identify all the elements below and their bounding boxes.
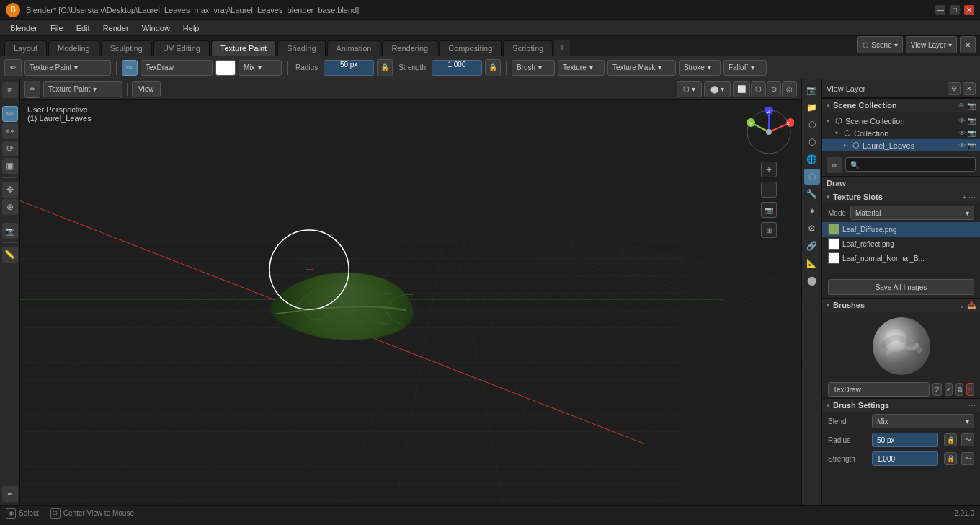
- prop-icon-data[interactable]: 📐: [804, 255, 820, 271]
- strength-input[interactable]: 1.000: [432, 60, 482, 76]
- scene-collection-header[interactable]: ▾ Scene Collection 👁 📷: [822, 98, 980, 112]
- vp-view-btn[interactable]: View: [132, 81, 161, 97]
- texture-dropdown[interactable]: Texture ▾: [558, 60, 605, 76]
- tab-scripting[interactable]: Scripting: [503, 40, 553, 56]
- save-all-images-btn[interactable]: Save All Images: [828, 279, 974, 295]
- brushes-import[interactable]: 📥: [967, 301, 976, 309]
- mode-icon-btn[interactable]: ✏: [4, 59, 22, 76]
- minimize-button[interactable]: —: [935, 5, 945, 15]
- vp-display-btn[interactable]: ⬡ ▾: [677, 81, 702, 97]
- tool-grab-btn[interactable]: ✥: [2, 182, 18, 198]
- tab-layout[interactable]: Layout: [4, 40, 47, 56]
- scene-coll-item-collection[interactable]: ▾ ⬡ Collection 👁 📷: [822, 127, 980, 139]
- tab-animation[interactable]: Animation: [327, 40, 381, 56]
- brush-name-input[interactable]: TexDraw: [828, 382, 930, 397]
- prop-icon-physics[interactable]: ⚙: [804, 221, 820, 237]
- panel-settings-btn[interactable]: ⚙: [948, 82, 961, 95]
- tex-row-reflect[interactable]: Leaf_reflect.png: [822, 237, 980, 251]
- vp-shading-material[interactable]: ⊙: [767, 81, 781, 97]
- tex-slots-add[interactable]: +: [962, 193, 966, 201]
- menu-render[interactable]: Render: [97, 22, 135, 34]
- texture-mask-dropdown[interactable]: Texture Mask ▾: [607, 60, 676, 76]
- coll-vis-btn[interactable]: 👁: [958, 129, 966, 137]
- vp-mode-icon[interactable]: ✏: [24, 81, 40, 98]
- brush-copy-btn[interactable]: ⧉: [956, 383, 963, 396]
- tool-measure-btn[interactable]: 📏: [2, 247, 18, 262]
- menu-file[interactable]: File: [45, 22, 69, 34]
- nav-gizmo[interactable]: X Y Z: [744, 107, 794, 157]
- paint-mode-dropdown[interactable]: Texture Paint ▾: [24, 60, 111, 76]
- vp-zoom-out-btn[interactable]: −: [761, 182, 777, 198]
- prop-icon-output[interactable]: 📁: [804, 100, 820, 115]
- tab-shading[interactable]: Shading: [277, 40, 325, 56]
- draw-section-header[interactable]: Draw: [822, 176, 980, 190]
- menu-edit[interactable]: Edit: [71, 22, 96, 34]
- prop-icon-particles[interactable]: ✦: [804, 203, 820, 219]
- tex-row-normal[interactable]: Leaf_normal_Normal_B...: [822, 251, 980, 265]
- vp-zoom-in-btn[interactable]: +: [761, 162, 777, 177]
- coll-render-btn[interactable]: 📷: [967, 129, 976, 137]
- tab-modeling[interactable]: Modeling: [48, 40, 99, 56]
- tool-zoom-btn[interactable]: ⊕: [2, 199, 18, 215]
- brush-settings-opts[interactable]: ⋯: [968, 402, 976, 410]
- brush-check-btn[interactable]: ✓: [945, 383, 953, 396]
- scene-coll-item-root[interactable]: ▾ ⬡ Scene Collection 👁 📷: [822, 115, 980, 127]
- vp-paint-mode-dropdown[interactable]: Texture Paint ▾: [43, 81, 122, 97]
- vp-cam-btn[interactable]: 📷: [761, 202, 777, 218]
- strength-settings-curve[interactable]: 〜: [961, 452, 974, 465]
- radius-setting-input[interactable]: 50 px: [872, 433, 938, 447]
- radius-lock-btn[interactable]: 🔒: [377, 59, 393, 76]
- blend-mode-dropdown[interactable]: Mix ▾: [239, 60, 282, 76]
- panel-close-btn[interactable]: ✕: [963, 82, 976, 95]
- laurel-vis-btn[interactable]: 👁: [958, 141, 966, 149]
- view-layer-dropdown[interactable]: View Layer ▾: [906, 36, 957, 53]
- viewport-canvas[interactable]: [20, 100, 801, 505]
- tab-sculpting[interactable]: Sculpting: [101, 40, 152, 56]
- brush-dropdown[interactable]: Brush ▾: [512, 60, 555, 76]
- color-picker[interactable]: [215, 60, 236, 76]
- prop-icon-render[interactable]: 📷: [804, 82, 820, 98]
- add-workspace-button[interactable]: +: [554, 40, 570, 56]
- brush-tool-icon[interactable]: ✏: [122, 60, 138, 76]
- vp-shading-wire[interactable]: ⬜: [733, 81, 750, 97]
- brush-name-display[interactable]: TexDraw: [141, 60, 213, 76]
- radius-settings-curve[interactable]: 〜: [961, 433, 974, 446]
- falloff-dropdown[interactable]: Falloff ▾: [723, 60, 767, 76]
- tab-texture-paint[interactable]: Texture Paint: [211, 40, 276, 56]
- vp-shading-solid[interactable]: ⬡: [751, 81, 766, 97]
- maximize-button[interactable]: □: [950, 5, 960, 15]
- tool-eraser-btn[interactable]: ⚯: [2, 123, 18, 139]
- radius-input[interactable]: 50 px: [324, 60, 374, 76]
- root-vis-btn[interactable]: 👁: [958, 117, 966, 125]
- tool-annotate-btn[interactable]: ✒: [2, 486, 18, 502]
- view-layer-close[interactable]: ✕: [960, 36, 976, 53]
- menu-window[interactable]: Window: [136, 22, 176, 34]
- props-icon-btn[interactable]: ✏: [827, 157, 842, 173]
- prop-icon-modifier[interactable]: 🔧: [804, 186, 820, 202]
- tool-fill-btn[interactable]: ▣: [2, 158, 18, 174]
- radius-settings-lock[interactable]: 🔒: [944, 433, 957, 446]
- stroke-dropdown[interactable]: Stroke ▾: [679, 60, 721, 76]
- tool-brush-btn[interactable]: ✏: [2, 106, 18, 122]
- prop-icon-constraints[interactable]: 🔗: [804, 238, 820, 254]
- vp-grid-btn[interactable]: ⊞: [761, 222, 777, 238]
- texture-slots-header[interactable]: ▾ Texture Slots + ⋯: [822, 190, 980, 203]
- vp-viewport-btn[interactable]: ⬤ ▾: [704, 81, 731, 97]
- scene-coll-item-laurel[interactable]: ▸ ⬡ Laurel_Leaves 👁 📷: [822, 139, 980, 151]
- blend-setting-dropdown[interactable]: Mix ▾: [872, 414, 974, 428]
- menu-blender[interactable]: Blender: [4, 22, 43, 34]
- strength-settings-lock[interactable]: 🔒: [944, 452, 957, 465]
- strength-setting-input[interactable]: 1.000: [872, 451, 938, 466]
- tex-slots-opts[interactable]: ⋯: [968, 193, 976, 201]
- tab-rendering[interactable]: Rendering: [382, 40, 437, 56]
- prop-icon-scene[interactable]: ⬡: [804, 134, 820, 150]
- props-search-input[interactable]: [845, 157, 976, 172]
- scene-dropdown[interactable]: ⬡ Scene ▾: [858, 36, 902, 53]
- brush-delete-btn[interactable]: ✕: [966, 383, 974, 396]
- prop-icon-world[interactable]: 🌐: [804, 151, 820, 167]
- brushes-section-header[interactable]: ▾ Brushes ⌄ 📥: [822, 298, 980, 312]
- brushes-expand[interactable]: ⌄: [959, 301, 965, 309]
- tool-mode-btn[interactable]: ⊞: [2, 82, 18, 98]
- tab-uv-editing[interactable]: UV Editing: [153, 40, 210, 56]
- brush-settings-header[interactable]: ▾ Brush Settings ⋯: [822, 398, 980, 412]
